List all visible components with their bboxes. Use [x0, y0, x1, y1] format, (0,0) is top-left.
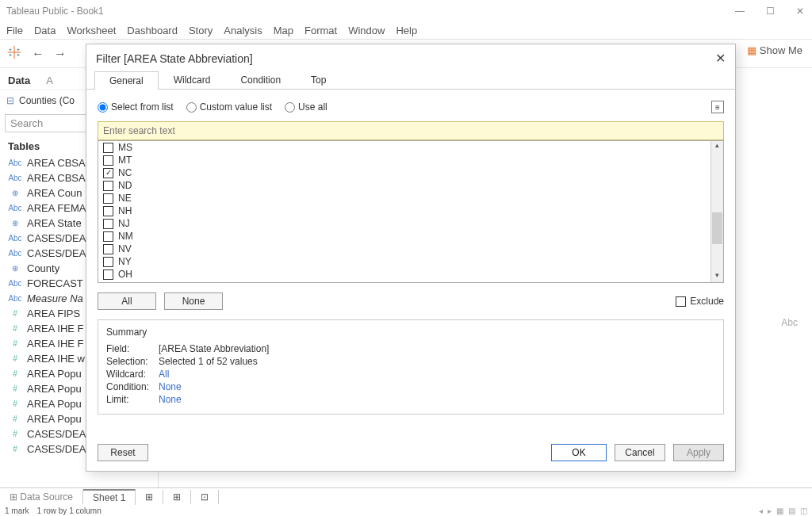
scroll-down-icon[interactable]: ▾ [711, 271, 723, 282]
all-button[interactable]: All [98, 292, 156, 310]
scroll-thumb[interactable] [712, 212, 722, 244]
filter-search-input[interactable] [98, 121, 724, 140]
list-item[interactable]: MS [98, 141, 710, 154]
radio-use-all[interactable]: Use all [285, 101, 327, 113]
radio-select-from-list[interactable]: Select from list [98, 101, 174, 113]
list-item-label: NJ [118, 218, 130, 229]
checkbox-icon [103, 168, 113, 178]
list-item-label: NC [118, 167, 132, 178]
checkbox-icon [103, 206, 113, 216]
list-item-label: NE [118, 193, 132, 204]
list-item-label: ND [118, 180, 132, 191]
list-item[interactable]: OH [98, 268, 710, 281]
list-item-label: MT [118, 155, 132, 166]
list-item[interactable]: NM [98, 230, 710, 243]
list-item-label: NH [118, 205, 132, 216]
cancel-button[interactable]: Cancel [615, 444, 665, 461]
list-item-label: NY [118, 256, 132, 267]
list-item[interactable]: NY [98, 255, 710, 268]
checkbox-icon [103, 143, 113, 153]
list-item-label: NM [118, 231, 133, 242]
list-item-label: NV [118, 243, 132, 254]
apply-button[interactable]: Apply [673, 444, 724, 461]
checkbox-icon [103, 257, 113, 267]
tab-top[interactable]: Top [296, 71, 341, 89]
summary-wildcard-value: All [159, 368, 169, 380]
list-item-label: MS [118, 142, 132, 153]
summary-selection-value: Selected 1 of 52 values [159, 355, 258, 368]
summary-field-label: Field: [106, 342, 154, 355]
tab-wildcard[interactable]: Wildcard [159, 71, 226, 89]
tab-general[interactable]: General [94, 71, 159, 90]
summary-condition-value: None [159, 380, 182, 393]
checkbox-icon [103, 244, 113, 254]
summary-condition-label: Condition: [106, 380, 154, 393]
checkbox-icon [676, 296, 686, 307]
value-list: MSMTNCNDNENHNJNMNVNYOH ▴ ▾ [98, 140, 724, 283]
list-item[interactable]: NV [98, 243, 710, 255]
checkbox-icon [103, 231, 113, 242]
dialog-backdrop: Filter [AREA State Abbreviation] ✕ Gener… [0, 0, 812, 516]
checkbox-icon [103, 155, 113, 166]
summary-wildcard-label: Wildcard: [106, 368, 154, 380]
dialog-close-icon[interactable]: ✕ [715, 51, 726, 66]
list-item[interactable]: NC [98, 166, 710, 179]
summary-limit-value: None [159, 393, 182, 406]
summary-box: Summary Field:[AREA State Abbreviation] … [98, 319, 724, 415]
ok-button[interactable]: OK [551, 444, 607, 461]
summary-limit-label: Limit: [106, 393, 154, 406]
list-options-icon[interactable]: ≡ [711, 101, 724, 113]
checkbox-icon [103, 269, 113, 280]
list-item[interactable]: NJ [98, 217, 710, 230]
summary-title: Summary [106, 327, 715, 338]
scrollbar[interactable]: ▴ ▾ [710, 141, 723, 282]
list-item[interactable]: NE [98, 192, 710, 204]
tab-condition[interactable]: Condition [225, 71, 296, 89]
dialog-title: Filter [AREA State Abbreviation] [96, 52, 253, 65]
checkbox-icon [103, 193, 113, 204]
list-item[interactable]: ND [98, 179, 710, 192]
none-button[interactable]: None [164, 292, 223, 310]
summary-field-value: [AREA State Abbreviation] [159, 342, 269, 355]
reset-button[interactable]: Reset [98, 444, 148, 461]
list-item[interactable]: NH [98, 204, 710, 217]
checkbox-icon [103, 181, 113, 191]
filter-dialog: Filter [AREA State Abbreviation] ✕ Gener… [86, 44, 736, 472]
exclude-checkbox[interactable]: Exclude [676, 296, 724, 307]
checkbox-icon [103, 219, 113, 229]
list-item[interactable]: MT [98, 154, 710, 166]
radio-custom-value-list[interactable]: Custom value list [186, 101, 272, 113]
summary-selection-label: Selection: [106, 355, 154, 368]
scroll-up-icon[interactable]: ▴ [711, 141, 723, 152]
list-item-label: OH [118, 269, 132, 280]
